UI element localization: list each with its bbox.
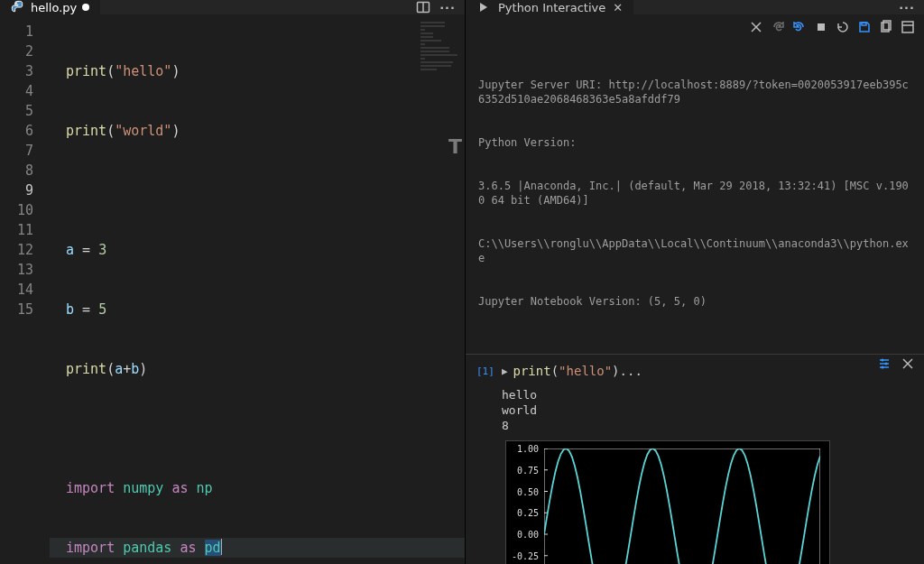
redo-icon[interactable] [771, 20, 785, 34]
svg-point-0 [15, 3, 16, 4]
tab-filename: hello.py [31, 1, 77, 14]
svg-marker-3 [480, 3, 487, 12]
divider-marker: T [448, 135, 462, 158]
chevron-right-icon: ▶ [502, 365, 508, 377]
svg-rect-20 [544, 448, 820, 564]
svg-rect-10 [902, 22, 913, 32]
undo-icon[interactable] [792, 20, 807, 34]
editor-tab-actions: ··· [407, 0, 465, 14]
cell-header[interactable]: [1] ▶ print("hello")... [466, 360, 924, 382]
tab-hello-py[interactable]: hello.py [0, 0, 100, 14]
interactive-tabbar: Python Interactive ✕ ··· [466, 0, 924, 14]
split-editor-icon[interactable] [416, 0, 430, 14]
copy-icon[interactable] [879, 20, 893, 34]
python-file-icon [11, 0, 25, 14]
interactive-toolbar [466, 14, 924, 40]
unsaved-dot-icon [82, 4, 89, 11]
interactive-tab-title: Python Interactive [498, 1, 605, 14]
save-icon[interactable] [857, 20, 872, 34]
editor-pane: hello.py ··· 123456789101112131415 print… [0, 0, 465, 564]
current-line: import pandas as pd [50, 538, 465, 558]
svg-rect-6 [818, 23, 825, 31]
sine-plot [544, 448, 820, 564]
play-icon [476, 0, 491, 14]
close-icon[interactable]: ✕ [613, 1, 623, 14]
stop-icon[interactable] [814, 20, 828, 34]
minimap[interactable] [420, 22, 461, 76]
svg-point-17 [882, 366, 884, 369]
svg-rect-7 [862, 23, 866, 25]
expand-icon[interactable] [901, 20, 915, 34]
cancel-icon[interactable] [749, 20, 763, 34]
cell: [1] ▶ print("hello")... hello world 8 -1… [466, 354, 924, 564]
svg-point-16 [885, 363, 888, 365]
python-interactive-pane: Python Interactive ✕ ··· Jupyter Server … [465, 0, 924, 564]
server-info: Jupyter Server URI: http://localhost:888… [466, 40, 924, 348]
cell-in-label: [1] [476, 365, 494, 377]
cell-stdout: hello world 8 [502, 387, 911, 433]
restart-icon[interactable] [836, 20, 850, 34]
more-actions-icon[interactable]: ··· [439, 1, 456, 14]
delete-cell-icon[interactable] [901, 356, 915, 371]
editor-tabbar: hello.py ··· [0, 0, 465, 14]
settings-sliders-icon[interactable] [877, 356, 892, 371]
more-actions-icon[interactable]: ··· [899, 1, 915, 14]
code-area[interactable]: print("hello") print("world") a = 3 b = … [50, 14, 465, 564]
line-gutter: 123456789101112131415 [0, 14, 50, 564]
tab-python-interactive[interactable]: Python Interactive ✕ [466, 0, 633, 14]
svg-point-15 [882, 359, 884, 362]
code-editor[interactable]: 123456789101112131415 print("hello") pri… [0, 14, 465, 564]
text-cursor [221, 539, 222, 555]
plot-output: -1.00-0.75-0.50-0.250.000.250.500.751.00… [505, 440, 830, 564]
